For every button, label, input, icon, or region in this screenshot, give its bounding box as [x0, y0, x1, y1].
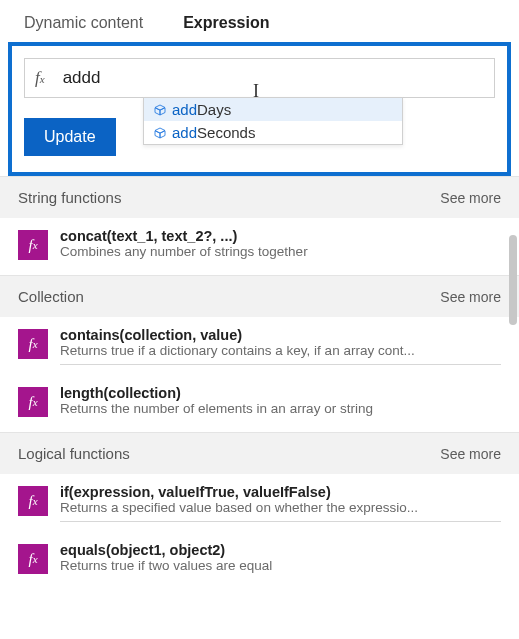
see-more-link[interactable]: See more: [440, 190, 501, 206]
function-item-if[interactable]: fx if(expression, valueIfTrue, valueIfFa…: [0, 474, 519, 532]
tab-bar: Dynamic content Expression: [0, 0, 519, 42]
fx-badge-icon: fx: [18, 544, 48, 574]
function-description: Returns true if a dictionary contains a …: [60, 343, 501, 358]
function-signature: length(collection): [60, 385, 501, 401]
function-list-logical: fx if(expression, valueIfTrue, valueIfFa…: [0, 474, 519, 589]
see-more-link[interactable]: See more: [440, 446, 501, 462]
fx-badge-icon: fx: [18, 329, 48, 359]
function-signature: if(expression, valueIfTrue, valueIfFalse…: [60, 484, 501, 500]
function-signature: concat(text_1, text_2?, ...): [60, 228, 501, 244]
scrollbar[interactable]: [509, 195, 517, 615]
expression-input[interactable]: [63, 68, 484, 88]
function-description: Combines any number of strings together: [60, 244, 501, 259]
function-signature: contains(collection, value): [60, 327, 501, 343]
autocomplete-rest: Days: [197, 101, 231, 118]
fx-icon: fx: [35, 68, 45, 88]
cube-icon: [154, 127, 166, 139]
expression-editor-region: fx I addDays addSeconds Update: [8, 42, 511, 176]
autocomplete-dropdown: addDays addSeconds: [143, 97, 403, 145]
autocomplete-item-adddays[interactable]: addDays: [144, 98, 402, 121]
function-item-equals[interactable]: fx equals(object1, object2) Returns true…: [0, 532, 519, 589]
function-list-collection: fx contains(collection, value) Returns t…: [0, 317, 519, 432]
function-description: Returns the number of elements in an arr…: [60, 401, 501, 416]
cube-icon: [154, 104, 166, 116]
fx-badge-icon: fx: [18, 486, 48, 516]
section-header-logical: Logical functions See more: [0, 432, 519, 474]
section-title: String functions: [18, 189, 121, 206]
fx-badge-icon: fx: [18, 387, 48, 417]
function-item-concat[interactable]: fx concat(text_1, text_2?, ...) Combines…: [0, 218, 519, 275]
autocomplete-prefix: add: [172, 101, 197, 118]
section-title: Collection: [18, 288, 84, 305]
autocomplete-rest: Seconds: [197, 124, 255, 141]
function-description: Returns a specified value based on wheth…: [60, 500, 501, 515]
section-title: Logical functions: [18, 445, 130, 462]
function-signature: equals(object1, object2): [60, 542, 501, 558]
fx-badge-icon: fx: [18, 230, 48, 260]
function-item-length[interactable]: fx length(collection) Returns the number…: [0, 375, 519, 432]
formula-bar: fx I addDays addSeconds: [24, 58, 495, 98]
function-description: Returns true if two values are equal: [60, 558, 501, 573]
update-button[interactable]: Update: [24, 118, 116, 156]
section-header-collection: Collection See more: [0, 275, 519, 317]
autocomplete-prefix: add: [172, 124, 197, 141]
see-more-link[interactable]: See more: [440, 289, 501, 305]
autocomplete-item-addseconds[interactable]: addSeconds: [144, 121, 402, 144]
tab-dynamic-content[interactable]: Dynamic content: [24, 14, 143, 32]
section-header-string: String functions See more: [0, 176, 519, 218]
scrollbar-thumb[interactable]: [509, 235, 517, 325]
function-list-string: fx concat(text_1, text_2?, ...) Combines…: [0, 218, 519, 275]
function-item-contains[interactable]: fx contains(collection, value) Returns t…: [0, 317, 519, 375]
tab-expression[interactable]: Expression: [183, 14, 269, 32]
